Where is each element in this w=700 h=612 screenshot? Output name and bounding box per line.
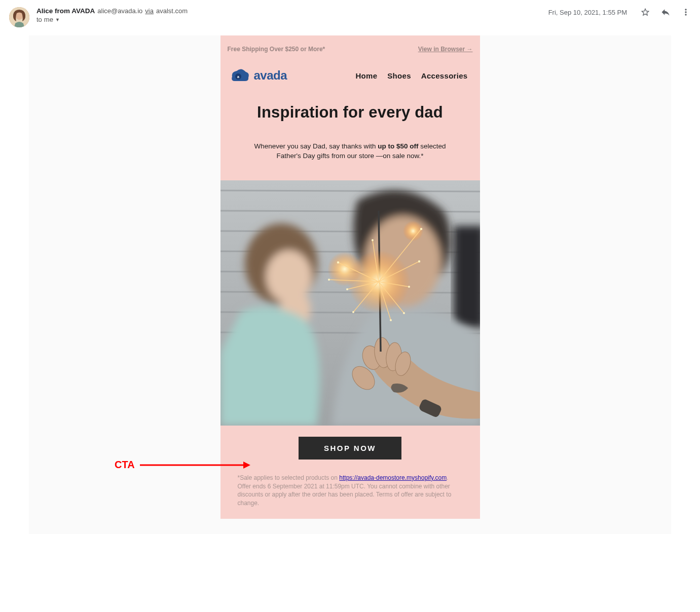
svg-point-42 (372, 239, 374, 241)
via-host: avalst.com (156, 7, 188, 15)
svg-point-45 (390, 319, 392, 321)
brand-name: avada (254, 68, 287, 83)
disclaimer: *Sale applies to selected products on ht… (220, 474, 480, 519)
to-label: to (36, 16, 42, 23)
timestamp: Fri, Sep 10, 2021, 1:55 PM (548, 9, 627, 16)
svg-rect-13 (454, 226, 480, 327)
reply-icon[interactable] (660, 7, 671, 17)
free-shipping-text: Free Shipping Over $250 or More* (228, 46, 325, 53)
hero-image (220, 180, 480, 426)
nav-accessories[interactable]: Accessories (421, 71, 468, 80)
subtitle-pre: Whenever you say Dad, say thanks with (254, 142, 378, 150)
via-label: via (145, 7, 154, 15)
svg-point-38 (337, 261, 339, 263)
disclaimer-pre: *Sale applies to selected products on (238, 474, 340, 481)
sender-name: Alice from AVADA (36, 7, 95, 15)
hero-title: Inspiration for every dad (220, 103, 480, 142)
nav-home[interactable]: Home (355, 71, 377, 80)
email-header: Alice from AVADA alice@avada.io via aval… (0, 0, 700, 29)
recipient-line[interactable]: to me ▼ (36, 16, 548, 23)
svg-text:a: a (237, 75, 239, 79)
disclaimer-link[interactable]: https://avada-demostore.myshopify.com (339, 474, 447, 481)
svg-point-40 (352, 311, 354, 313)
sender-email: alice@avada.io (97, 7, 142, 15)
view-in-browser-link[interactable]: View in Browser → (418, 46, 473, 53)
recipient: me (44, 16, 53, 23)
svg-point-47 (328, 279, 330, 281)
sender-avatar[interactable] (9, 7, 29, 27)
more-vertical-icon[interactable] (681, 7, 691, 17)
svg-point-46 (420, 228, 422, 230)
shop-now-button[interactable]: SHOP NOW (299, 437, 401, 460)
email-body: Free Shipping Over $250 or More* View in… (29, 35, 671, 534)
svg-line-5 (220, 190, 480, 192)
star-icon[interactable] (640, 7, 650, 17)
brand-logo[interactable]: a avada (230, 68, 287, 83)
svg-point-27 (403, 221, 423, 241)
svg-point-41 (403, 312, 405, 314)
subtitle-bold: up to $50 off (378, 142, 418, 150)
chevron-down-icon[interactable]: ▼ (55, 17, 60, 22)
svg-point-43 (408, 286, 410, 288)
avada-logo-icon: a (230, 68, 250, 83)
hero-subtitle: Whenever you say Dad, say thanks with up… (220, 142, 480, 180)
nav-shoes[interactable]: Shoes (387, 71, 411, 80)
sender-line: Alice from AVADA alice@avada.io via aval… (36, 7, 548, 15)
svg-point-39 (418, 260, 420, 262)
svg-point-44 (346, 288, 348, 290)
